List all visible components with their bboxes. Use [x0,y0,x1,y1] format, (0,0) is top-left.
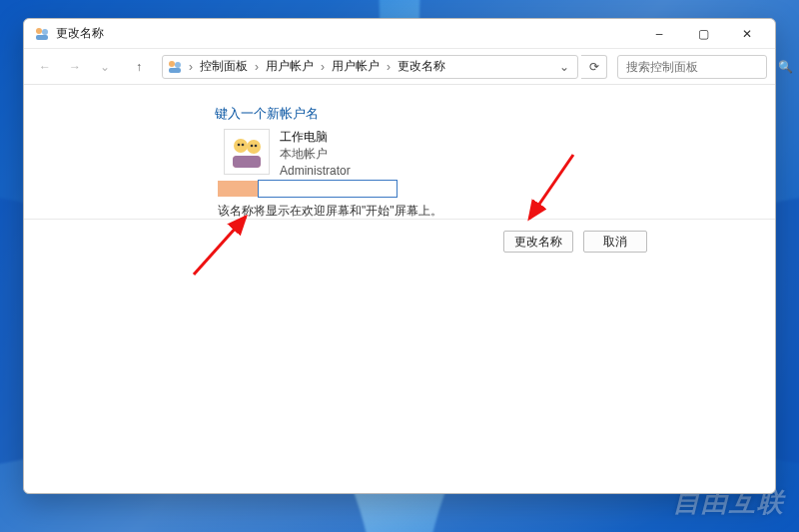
divider [24,219,775,220]
annotation-arrow-right [473,145,583,235]
new-name-input[interactable] [258,180,398,198]
content-area: 键入一个新帐户名 工作电脑 本地帐户 Administrator [24,85,775,493]
nav-back-button[interactable]: ← [32,54,58,80]
breadcrumb-item[interactable]: 用户帐户 [263,58,317,75]
nav-toolbar: ← → ⌄ ↑ › 控制面板 › 用户帐户 › 用户帐户 › 更改名称 ⌄ ⟳ [24,49,775,85]
svg-point-1 [42,29,48,35]
svg-point-3 [169,61,175,67]
chevron-right-icon[interactable]: › [385,60,393,74]
svg-point-6 [234,139,248,153]
minimize-icon: – [656,27,663,41]
minimize-button[interactable]: – [637,20,681,48]
nav-recent-button[interactable]: ⌄ [92,54,118,80]
change-name-button[interactable]: 更改名称 [503,231,573,253]
close-icon: ✕ [742,27,752,41]
svg-point-0 [36,28,42,34]
svg-point-10 [251,145,254,148]
address-dropdown-button[interactable]: ⌄ [555,60,573,74]
breadcrumb-item[interactable]: 用户帐户 [329,58,383,75]
account-summary: 工作电脑 本地帐户 Administrator [224,129,351,179]
svg-line-14 [194,217,246,274]
svg-rect-2 [36,35,48,40]
chevron-right-icon[interactable]: › [319,60,327,74]
control-panel-window: 更改名称 – ▢ ✕ ← → ⌄ ↑ › 控制面板 › 用户帐户 › 用户帐户 … [23,18,776,494]
nav-up-button[interactable]: ↑ [126,54,152,80]
hint-text: 该名称将显示在欢迎屏幕和"开始"屏幕上。 [218,203,442,220]
svg-rect-5 [169,68,181,73]
address-bar[interactable]: › 控制面板 › 用户帐户 › 用户帐户 › 更改名称 ⌄ [162,55,578,79]
breadcrumb-item[interactable]: 控制面板 [197,58,251,75]
svg-point-11 [255,145,258,148]
window-title: 更改名称 [56,25,104,42]
maximize-button[interactable]: ▢ [681,20,725,48]
search-box[interactable]: 🔍 [617,55,767,79]
redacted-block [218,181,258,197]
titlebar: 更改名称 – ▢ ✕ [24,19,775,49]
svg-point-4 [175,62,181,68]
chevron-right-icon[interactable]: › [253,60,261,74]
maximize-icon: ▢ [698,27,709,41]
svg-point-9 [242,144,245,147]
account-name: 工作电脑 [280,129,351,146]
svg-point-7 [247,140,261,154]
cancel-button[interactable]: 取消 [583,231,647,253]
chevron-right-icon[interactable]: › [187,60,195,74]
breadcrumb-item[interactable]: 更改名称 [395,58,448,75]
user-accounts-icon [34,26,50,42]
refresh-button[interactable]: ⟳ [581,55,607,79]
refresh-icon: ⟳ [589,60,599,74]
svg-rect-13 [233,156,261,168]
user-accounts-icon [167,59,183,75]
account-avatar [224,129,270,175]
search-icon[interactable]: 🔍 [778,60,793,74]
search-input[interactable] [624,59,778,75]
nav-forward-button[interactable]: → [62,54,88,80]
page-heading: 键入一个新帐户名 [215,105,319,123]
svg-point-8 [238,144,241,147]
svg-line-15 [529,155,573,219]
account-type: 本地帐户 [280,146,351,163]
account-role: Administrator [280,163,351,180]
close-button[interactable]: ✕ [725,20,769,48]
